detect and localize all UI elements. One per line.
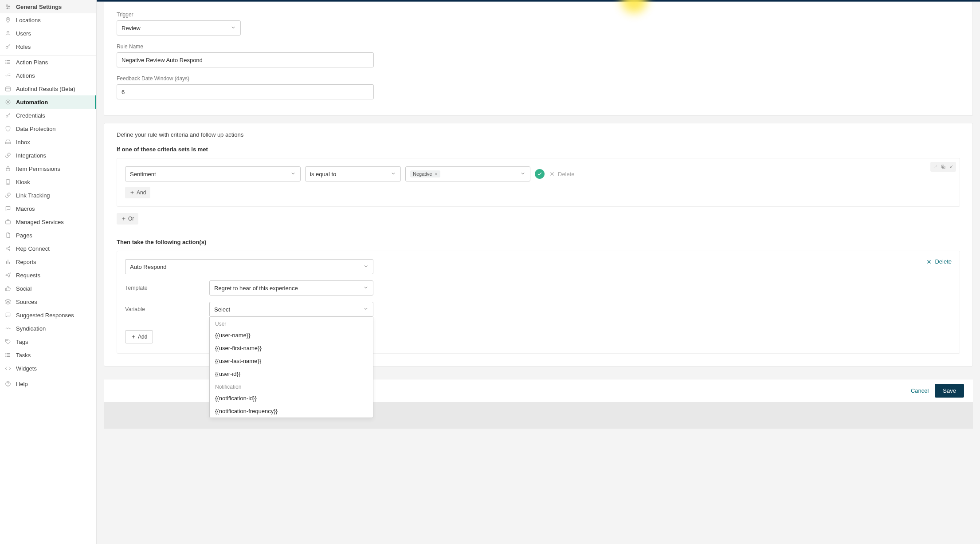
- sidebar-item-actions[interactable]: Actions: [0, 69, 96, 82]
- copy-icon[interactable]: [939, 163, 947, 171]
- svg-point-6: [8, 19, 9, 20]
- sidebar-item-requests[interactable]: Requests: [0, 268, 96, 282]
- svg-point-14: [6, 63, 6, 64]
- code-icon: [4, 365, 12, 372]
- checklist-icon: [4, 72, 12, 79]
- sidebar-item-label: Reports: [16, 259, 36, 265]
- dropdown-option[interactable]: {{user-last-name}}: [210, 355, 373, 367]
- sidebar-item-kiosk[interactable]: Kiosk: [0, 175, 96, 189]
- list-icon: [4, 59, 12, 66]
- sidebar-item-locations[interactable]: Locations: [0, 13, 96, 27]
- sidebar-item-roles[interactable]: Roles: [0, 40, 96, 53]
- sidebar-item-sources[interactable]: Sources: [0, 295, 96, 308]
- svg-point-30: [6, 248, 7, 249]
- wave-icon: [4, 325, 12, 332]
- sidebar-item-label: Social: [16, 285, 31, 292]
- dropdown-option[interactable]: {{user-name}}: [210, 329, 373, 342]
- add-or-button[interactable]: Or: [117, 213, 138, 225]
- sidebar-item-syndication[interactable]: Syndication: [0, 322, 96, 335]
- sidebar-item-label: Automation: [16, 99, 48, 106]
- sidebar-item-widgets[interactable]: Widgets: [0, 362, 96, 375]
- remove-tag-icon[interactable]: ×: [435, 171, 437, 177]
- criteria-confirm-button[interactable]: [535, 169, 545, 179]
- svg-point-8: [6, 46, 8, 48]
- sidebar-item-managed-services[interactable]: Managed Services: [0, 215, 96, 229]
- sidebar-item-automation[interactable]: Automation: [0, 95, 96, 109]
- sidebar-item-general-settings[interactable]: General Settings: [0, 0, 96, 13]
- svg-line-33: [7, 247, 9, 248]
- sidebar-item-tags[interactable]: Tags: [0, 335, 96, 348]
- sidebar-item-action-plans[interactable]: Action Plans: [0, 55, 96, 69]
- sidebar-item-data-protection[interactable]: Data Protection: [0, 122, 96, 135]
- chat-icon: [4, 311, 12, 319]
- sidebar-item-social[interactable]: Social: [0, 282, 96, 295]
- confirm-icon[interactable]: [931, 163, 939, 171]
- sidebar-item-label: Rep Connect: [16, 245, 50, 252]
- svg-point-22: [7, 101, 9, 103]
- trigger-label: Trigger: [117, 12, 960, 18]
- criteria-value-tag: Negative ×: [410, 170, 440, 177]
- svg-point-39: [7, 340, 8, 341]
- trigger-select[interactable]: Review: [117, 20, 241, 35]
- link-icon: [4, 192, 12, 199]
- svg-point-47: [8, 385, 8, 385]
- criteria-corner-actions: [930, 162, 956, 172]
- sidebar-item-suggested-responses[interactable]: Suggested Responses: [0, 308, 96, 322]
- criteria-operator-select[interactable]: is equal to: [305, 166, 401, 181]
- sidebar-item-label: Tags: [16, 339, 28, 345]
- add-action-button[interactable]: Add: [125, 330, 153, 343]
- template-select[interactable]: Regret to hear of this experience: [209, 280, 373, 296]
- tag-icon: [4, 338, 12, 345]
- sidebar-item-macros[interactable]: Macros: [0, 202, 96, 215]
- variable-select[interactable]: Select: [209, 302, 373, 317]
- sidebar-item-credentials[interactable]: Credentials: [0, 109, 96, 122]
- svg-point-23: [6, 115, 8, 117]
- variable-dropdown[interactable]: User{{user-name}}{{user-first-name}}{{us…: [209, 317, 373, 418]
- sidebar-item-help[interactable]: Help: [0, 377, 96, 390]
- sidebar-item-inbox[interactable]: Inbox: [0, 135, 96, 149]
- close-icon[interactable]: [947, 163, 955, 171]
- action-type-select[interactable]: Auto Respond: [125, 259, 373, 274]
- sidebar-item-label: Macros: [16, 205, 35, 212]
- dropdown-option[interactable]: {{notification-frequency}}: [210, 405, 373, 418]
- add-and-button[interactable]: And: [125, 187, 150, 198]
- sidebar-item-tasks[interactable]: Tasks: [0, 348, 96, 362]
- feedback-window-input[interactable]: [117, 84, 374, 99]
- svg-rect-18: [6, 87, 11, 91]
- sidebar-item-users[interactable]: Users: [0, 27, 96, 40]
- criteria-value-select[interactable]: Negative ×: [405, 166, 530, 181]
- main-area: Trigger Review Rule Name Feedback Date W…: [97, 0, 980, 544]
- svg-point-12: [6, 60, 6, 61]
- key-icon: [4, 112, 12, 119]
- criteria-field-select[interactable]: Sentiment: [125, 166, 301, 181]
- cancel-button[interactable]: Cancel: [911, 387, 929, 394]
- sidebar-item-rep-connect[interactable]: Rep Connect: [0, 242, 96, 255]
- dropdown-option[interactable]: {{notification-id}}: [210, 392, 373, 405]
- save-button[interactable]: Save: [935, 384, 964, 398]
- sidebar-item-autofind[interactable]: Autofind Results (Beta): [0, 82, 96, 95]
- tablet-icon: [4, 178, 12, 185]
- rule-name-input[interactable]: [117, 52, 374, 67]
- sidebar-item-label: Autofind Results (Beta): [16, 86, 75, 92]
- sidebar-item-label: Inbox: [16, 139, 30, 146]
- svg-point-45: [6, 356, 6, 357]
- sidebar-item-label: Actions: [16, 72, 35, 79]
- gear-icon: [4, 99, 12, 106]
- sidebar-item-reports[interactable]: Reports: [0, 255, 96, 268]
- sidebar-item-link-tracking[interactable]: Link Tracking: [0, 189, 96, 202]
- action-delete-button[interactable]: Delete: [926, 258, 952, 265]
- key-icon: [4, 43, 12, 50]
- chat-icon: [4, 205, 12, 212]
- svg-marker-38: [5, 299, 11, 302]
- dropdown-option[interactable]: {{user-first-name}}: [210, 342, 373, 355]
- sidebar-item-label: Syndication: [16, 325, 46, 332]
- variable-label: Variable: [125, 306, 209, 312]
- sidebar: General SettingsLocationsUsersRolesActio…: [0, 0, 97, 544]
- dropdown-option[interactable]: {{user-id}}: [210, 367, 373, 380]
- rule-name-label: Rule Name: [117, 43, 960, 50]
- sidebar-item-item-permissions[interactable]: Item Permissions: [0, 162, 96, 175]
- sidebar-item-integrations[interactable]: Integrations: [0, 149, 96, 162]
- template-value: Regret to hear of this experience: [214, 285, 298, 292]
- svg-point-31: [9, 246, 10, 247]
- sidebar-item-pages[interactable]: Pages: [0, 229, 96, 242]
